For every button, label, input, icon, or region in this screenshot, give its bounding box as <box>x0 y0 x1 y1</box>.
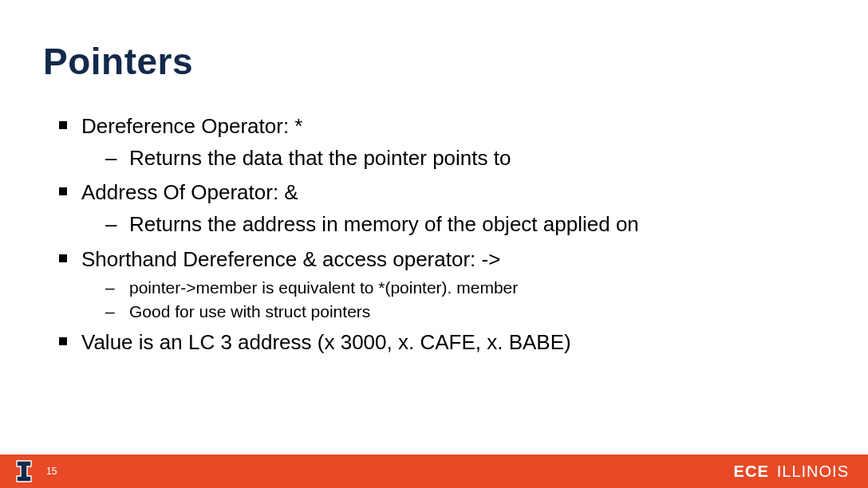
sub-item: pointer->member is equivalent to *(point… <box>105 276 836 299</box>
sub-item: Returns the address in memory of the obj… <box>105 210 836 240</box>
footer-left: 15 <box>16 460 57 482</box>
sub-list: pointer->member is equivalent to *(point… <box>81 276 836 323</box>
logo-illinois: ILLINOIS <box>777 462 849 481</box>
bullet-text: Value is an LC 3 address (x 3000, x. CAF… <box>81 330 571 354</box>
bullet-list: Dereference Operator: * Returns the data… <box>54 112 836 358</box>
slide-title: Pointers <box>43 40 193 83</box>
sub-item: Good for use with struct pointers <box>105 300 836 323</box>
bullet-text: Shorthand Dereference & access operator:… <box>81 247 500 271</box>
bullet-item: Address Of Operator: & Returns the addre… <box>54 178 836 239</box>
ece-illinois-logo: ECE ILLINOIS <box>734 462 849 481</box>
logo-ece: ECE <box>734 462 769 481</box>
slide: Pointers Dereference Operator: * Returns… <box>0 0 868 488</box>
sub-list: Returns the address in memory of the obj… <box>81 210 836 240</box>
page-number: 15 <box>46 466 57 477</box>
slide-body: Dereference Operator: * Returns the data… <box>54 112 836 360</box>
bullet-item: Shorthand Dereference & access operator:… <box>54 245 836 323</box>
footer: 15 ECE ILLINOIS <box>0 451 868 488</box>
sub-list: Returns the data that the pointer points… <box>81 144 836 174</box>
illinois-block-i-icon <box>16 460 32 482</box>
bullet-item: Dereference Operator: * Returns the data… <box>54 112 836 173</box>
bullet-text: Dereference Operator: * <box>81 114 302 138</box>
sub-item: Returns the data that the pointer points… <box>105 144 836 174</box>
footer-bar: 15 ECE ILLINOIS <box>0 455 868 488</box>
bullet-item: Value is an LC 3 address (x 3000, x. CAF… <box>54 328 836 358</box>
bullet-text: Address Of Operator: & <box>81 180 298 204</box>
